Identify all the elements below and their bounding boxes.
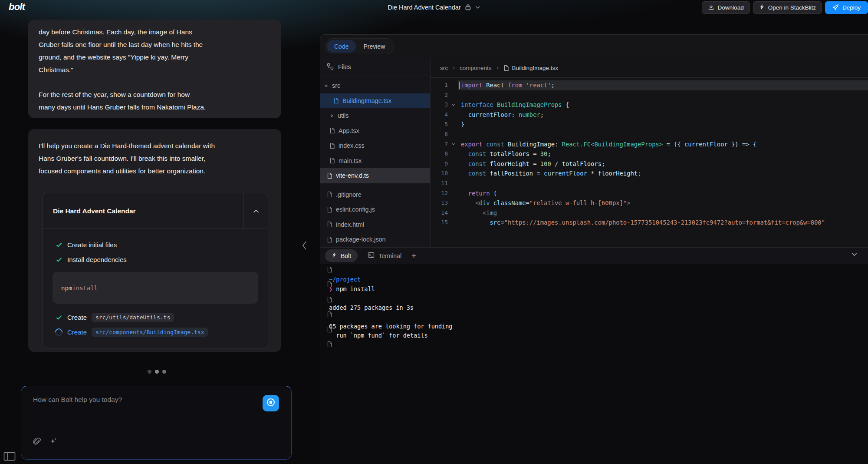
file-tree-title: Files <box>338 63 351 70</box>
tree-item-app.tsx[interactable]: App.tsx <box>320 123 430 139</box>
tree-item-utils[interactable]: utils <box>320 108 430 123</box>
line-number: 8 <box>431 149 448 159</box>
collapse-terminal-icon[interactable] <box>852 252 857 256</box>
code-token: <BuildingImageProps> <box>591 141 663 148</box>
code-token: ( <box>490 190 497 197</box>
open-in-stackblitz-button[interactable]: Open in StackBlitz <box>753 1 822 14</box>
line-number: 9 <box>431 159 448 169</box>
chat-input[interactable] <box>21 386 264 434</box>
command-block[interactable]: npm install <box>53 272 258 304</box>
file-icon <box>329 127 335 134</box>
terminal-tab-bar: Bolt Terminal + <box>320 247 868 264</box>
fold-spacer <box>448 149 458 159</box>
files-icon <box>327 63 334 71</box>
terminal-line: run `npm fund` for details <box>329 331 868 341</box>
code-token: currentFloor <box>684 141 728 148</box>
lightning-icon <box>759 4 765 11</box>
file-path-chip[interactable]: src/utils/dateUtils.ts <box>92 313 174 322</box>
code-line[interactable]: 15 src="https://images.unsplash.com/phot… <box>431 218 868 228</box>
deploy-button[interactable]: Deploy <box>825 1 868 14</box>
stop-generation-button[interactable] <box>263 395 279 411</box>
dot <box>162 370 166 374</box>
loading-dots <box>148 370 166 374</box>
download-button[interactable]: Download <box>702 1 750 14</box>
tree-item-eslint.config.js[interactable]: eslint.config.js <box>320 202 430 217</box>
file-icon <box>327 296 332 303</box>
tree-item-label: App.tsx <box>339 127 359 134</box>
attach-file-button[interactable] <box>33 437 41 445</box>
code-token: React.FC <box>562 141 591 148</box>
code-line[interactable]: 11 <box>431 179 868 189</box>
code-editor[interactable]: 1import React from 'react';23interface B… <box>431 78 868 247</box>
terminal-output[interactable]: ~/project❯ npm installadded 275 packages… <box>320 264 868 464</box>
file-tree-panel: Files srcBuildingImage.tsxutilsApp.tsxin… <box>320 58 431 247</box>
code-token: 100 <box>540 160 551 167</box>
code-line[interactable]: 13 <div className="relative w-full h-[60… <box>431 198 868 208</box>
code-token: currentFloor <box>468 111 512 118</box>
code-line[interactable]: 2 <box>431 90 868 100</box>
terminal-icon <box>368 252 375 260</box>
terminal-line: ~/project <box>329 275 868 285</box>
user-message-paragraph-1: day before Christmas. Each day, the imag… <box>39 26 271 76</box>
code-line-content: export const BuildingImage: React.FC<Bui… <box>458 139 868 149</box>
assistant-intro-text: I'll help you create a Die Hard-themed a… <box>39 139 271 177</box>
tab-code[interactable]: Code <box>327 40 356 53</box>
tree-item-vite-env.d.ts[interactable]: vite-env.d.ts <box>320 168 430 183</box>
collapse-chat-handle[interactable] <box>301 240 308 253</box>
fold-spacer <box>448 110 458 120</box>
code-line[interactable]: 4 currentFloor: number; <box>431 110 868 120</box>
fold-icon[interactable] <box>448 100 458 110</box>
file-path-chip[interactable]: src/components/BuildingImage.tsx <box>92 328 208 337</box>
tab-preview[interactable]: Preview <box>356 40 392 53</box>
plan-step: Createsrc/components/BuildingImage.tsx <box>55 325 258 338</box>
tree-item-src[interactable]: src <box>320 78 430 93</box>
file-icon <box>327 206 332 213</box>
code-token: return <box>468 190 490 197</box>
fold-icon[interactable] <box>448 139 458 149</box>
code-line[interactable]: 3interface BuildingImageProps { <box>431 100 868 110</box>
code-line-content: import React from 'react'; <box>458 80 868 90</box>
terminal-tab-label: Terminal <box>378 252 401 259</box>
code-token: = <box>529 150 540 157</box>
code-line[interactable]: 12 return ( <box>431 189 868 199</box>
code-line[interactable]: 7export const BuildingImage: React.FC<Bu… <box>431 139 868 149</box>
code-line[interactable]: 6 <box>431 129 868 139</box>
code-token <box>461 170 468 177</box>
code-line[interactable]: 10 const fallPosition = currentFloor * f… <box>431 169 868 179</box>
topbar-actions: Download Open in StackBlitz Deploy <box>702 1 868 14</box>
assistant-message-card: I'll help you create a Die Hard-themed a… <box>28 129 281 352</box>
code-token: ; <box>602 160 605 167</box>
enhance-prompt-button[interactable] <box>49 437 58 445</box>
tree-item-index.css[interactable]: index.css <box>320 138 430 153</box>
breadcrumb-segment[interactable]: src <box>440 65 448 71</box>
bolt-terminal-tab[interactable]: Bolt <box>325 249 358 262</box>
code-token: : <box>511 111 519 118</box>
tree-item-buildingimage.tsx[interactable]: BuildingImage.tsx <box>320 93 430 109</box>
plan-card: Die Hard Advent Calendar Create initial … <box>42 193 268 348</box>
bolt-logo[interactable]: bolt <box>9 1 25 13</box>
tree-item-package-lock.json[interactable]: package-lock.json <box>320 232 430 247</box>
code-line[interactable]: 8 const totalFloors = 30; <box>431 149 868 159</box>
terminal-tab[interactable]: Terminal <box>368 252 401 260</box>
sidebar-toggle-icon[interactable] <box>3 452 16 463</box>
fold-spacer <box>448 129 458 139</box>
code-token <box>461 111 468 118</box>
tree-item-main.tsx[interactable]: main.tsx <box>320 153 430 169</box>
code-line[interactable]: 14 <img <box>431 208 868 218</box>
project-title-menu[interactable]: Die Hard Advent Calendar <box>388 0 480 14</box>
code-line[interactable]: 9 const floorHeight = 100 / totalFloors; <box>431 159 868 169</box>
tree-item-index.html[interactable]: index.html <box>320 217 430 232</box>
breadcrumb-file[interactable]: BuildingImage.tsx <box>503 65 559 71</box>
tree-item-.gitignore[interactable]: .gitignore <box>320 187 430 202</box>
fold-spacer <box>448 179 458 189</box>
code-line[interactable]: 1import React from 'react'; <box>431 80 868 90</box>
plan-collapse-button[interactable] <box>243 193 268 229</box>
chat-input-panel <box>21 386 292 460</box>
breadcrumb-segment[interactable]: components <box>460 65 492 71</box>
code-line[interactable]: 5} <box>431 119 868 129</box>
code-line-content <box>458 90 868 100</box>
add-terminal-button[interactable]: + <box>411 252 416 260</box>
chevron-right-icon <box>496 66 500 70</box>
code-line-content <box>458 179 868 189</box>
plan-step: Create initial files <box>55 238 258 251</box>
